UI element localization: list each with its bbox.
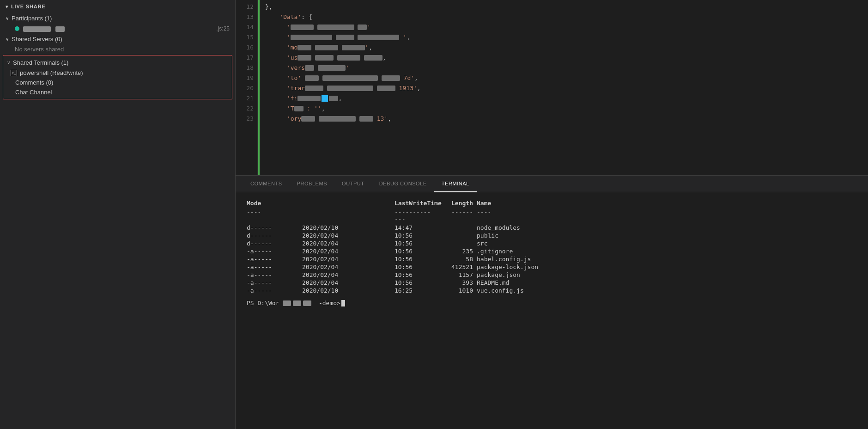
- participant-status-dot: [15, 26, 19, 31]
- row-mode: -a-----: [247, 287, 302, 294]
- main-content: 12 13 14 15 16 17 18 19 20 21 22 23 }, '…: [236, 0, 868, 429]
- chat-channel-item[interactable]: Chat Channel: [3, 87, 232, 97]
- row-time: 10:56: [395, 271, 431, 278]
- shared-servers-chevron: ∨: [6, 37, 9, 42]
- row-name: public: [473, 232, 857, 239]
- terminal-table-row: -a----- 2020/02/10 16:25 1010 vue.config…: [247, 287, 857, 294]
- terminal-panel[interactable]: Mode LastWriteTime Length Name ---- ----…: [236, 192, 868, 429]
- col-header-mode: Mode: [247, 200, 302, 207]
- code-line-22: 'T : '' ,: [265, 104, 861, 114]
- row-length: 1010: [431, 287, 473, 294]
- ps-path-blurred3: [303, 300, 311, 306]
- code-line-15: ' ' ,: [265, 32, 861, 43]
- row-length: [431, 232, 473, 239]
- comments-item[interactable]: Comments (0): [3, 78, 232, 87]
- tab-terminal-label: TERMINAL: [442, 181, 469, 186]
- row-mode: d------: [247, 232, 302, 239]
- row-date: 2020/02/10: [302, 287, 395, 294]
- line-numbers: 12 13 14 15 16 17 18 19 20 21 22 23: [236, 0, 258, 175]
- row-name: .gitignore: [473, 248, 857, 255]
- ps-path-blurred2: [293, 300, 301, 306]
- row-name: src: [473, 240, 857, 247]
- terminal-table-row: d------ 2020/02/10 14:47 node_modules: [247, 224, 857, 231]
- ps-suffix: -demo>: [311, 300, 340, 306]
- tab-debug-console-label: DEBUG CONSOLE: [379, 181, 427, 186]
- terminal-table-row: d------ 2020/02/04 10:56 src: [247, 240, 857, 247]
- code-line-12: },: [265, 2, 861, 12]
- tab-comments[interactable]: COMMENTS: [243, 176, 290, 192]
- tab-terminal[interactable]: TERMINAL: [434, 176, 477, 192]
- code-line-20: 'trar 1913' ,: [265, 83, 861, 93]
- terminal-table-row: -a----- 2020/02/04 10:56 58 babel.config…: [247, 256, 857, 263]
- row-date: 2020/02/04: [302, 264, 395, 270]
- tab-output[interactable]: OUTPUT: [334, 176, 372, 192]
- shared-terminals-label: Shared Terminals (1): [13, 59, 68, 66]
- row-date: 2020/02/04: [302, 232, 395, 239]
- terminal-table-row: -a----- 2020/02/04 10:56 1157 package.js…: [247, 271, 857, 278]
- row-date: 2020/02/04: [302, 248, 395, 255]
- code-lines: }, 'Data': { ' ' ': [258, 0, 868, 175]
- live-share-header[interactable]: ▾ LIVE SHARE: [0, 0, 235, 13]
- row-time: 14:47: [395, 224, 431, 231]
- tab-problems-label: PROBLEMS: [297, 181, 328, 186]
- row-date: 2020/02/04: [302, 279, 395, 286]
- ps-prompt: PS D:\Wor -demo>: [247, 300, 857, 306]
- row-time: 10:56: [395, 232, 431, 239]
- code-line-17: 'us ,: [265, 53, 861, 63]
- code-line-19: 'to' 7d' ,: [265, 73, 861, 83]
- row-date: 2020/02/04: [302, 271, 395, 278]
- row-length: 393: [431, 279, 473, 286]
- row-length: [431, 240, 473, 247]
- terminal-icon: >_: [11, 70, 17, 76]
- row-name: package.json: [473, 271, 857, 278]
- col-header-length: Length: [431, 200, 473, 207]
- shared-servers-section[interactable]: ∨ Shared Servers (0): [0, 34, 235, 44]
- participant-row: .js:25: [0, 24, 235, 34]
- row-name: vue.config.js: [473, 287, 857, 294]
- row-name: package-lock.json: [473, 264, 857, 270]
- tab-debug-console[interactable]: DEBUG CONSOLE: [372, 176, 434, 192]
- shared-terminals-section: ∨ Shared Terminals (1) >_ powershell (Re…: [3, 55, 232, 99]
- participants-section[interactable]: ∨ Participants (1): [0, 13, 235, 24]
- row-time: 10:56: [395, 256, 431, 263]
- panel-tabs: COMMENTS PROBLEMS OUTPUT DEBUG CONSOLE T…: [236, 176, 868, 192]
- terminal-table-row: -a----- 2020/02/04 10:56 235 .gitignore: [247, 248, 857, 255]
- shared-terminals-header[interactable]: ∨ Shared Terminals (1): [3, 57, 232, 68]
- divider-name: ----: [473, 208, 857, 222]
- code-editor: 12 13 14 15 16 17 18 19 20 21 22 23 }, '…: [236, 0, 868, 176]
- terminal-table-row: -a----- 2020/02/04 10:56 393 README.md: [247, 279, 857, 286]
- sidebar: ▾ LIVE SHARE ∨ Participants (1) .js:25 ∨…: [0, 0, 236, 429]
- col-header-name: Name: [473, 200, 857, 207]
- participants-label: Participants (1): [12, 15, 52, 22]
- row-mode: d------: [247, 240, 302, 247]
- row-length: 1157: [431, 271, 473, 278]
- ps-path-blurred1: [283, 300, 291, 306]
- row-name: README.md: [473, 279, 857, 286]
- divider-mode: ----: [247, 208, 302, 222]
- row-length: [431, 224, 473, 231]
- divider-date: [302, 208, 395, 222]
- terminal-name: powershell (Read/write): [20, 69, 83, 76]
- terminal-cursor: [341, 300, 345, 306]
- participant-name-blurred2: [55, 26, 65, 32]
- live-share-title: LIVE SHARE: [11, 4, 46, 9]
- code-line-21: 'fi ,: [265, 93, 861, 104]
- row-time: 10:56: [395, 264, 431, 270]
- participant-name: [23, 25, 65, 32]
- row-name: node_modules: [473, 224, 857, 231]
- col-header-lastwrite2: LastWriteTime: [395, 200, 431, 207]
- tab-problems[interactable]: PROBLEMS: [290, 176, 335, 192]
- tab-comments-label: COMMENTS: [250, 181, 282, 186]
- row-length: 412521: [431, 264, 473, 270]
- terminal-data-rows: d------ 2020/02/10 14:47 node_modules d-…: [247, 224, 857, 294]
- row-name: babel.config.js: [473, 256, 857, 263]
- row-time: 10:56: [395, 279, 431, 286]
- no-servers-text: No servers shared: [0, 44, 235, 54]
- row-mode: -a-----: [247, 248, 302, 255]
- code-line-18: 'vers ': [265, 63, 861, 73]
- col-header-lastwrite: [302, 200, 395, 207]
- terminal-item[interactable]: >_ powershell (Read/write): [3, 68, 232, 78]
- participants-chevron: ∨: [6, 16, 9, 21]
- terminal-table-row: -a----- 2020/02/04 10:56 412521 package-…: [247, 264, 857, 270]
- terminal-table-dividers: ---- ------------- ------ ----: [247, 208, 857, 222]
